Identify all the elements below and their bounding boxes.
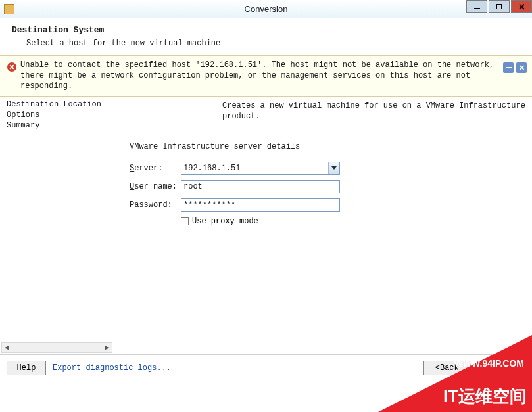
username-input[interactable] — [181, 180, 340, 193]
main-panel: Creates a new virtual machine for use on… — [114, 97, 532, 354]
minimize-bar-icon — [506, 67, 512, 68]
page-title: Destination System — [12, 25, 520, 35]
server-dropdown-button[interactable] — [328, 162, 339, 174]
server-label: Server: — [130, 164, 181, 173]
app-icon — [4, 4, 14, 14]
server-input[interactable] — [181, 162, 340, 175]
back-button[interactable]: < Back — [423, 361, 471, 375]
watermark-title: IT运维空间 — [443, 385, 527, 408]
minimize-icon — [474, 8, 480, 9]
export-logs-link[interactable]: Export diagnostic logs... — [53, 363, 171, 373]
scroll-left-icon[interactable]: ◄ — [2, 344, 11, 351]
username-row: User name: — [130, 180, 516, 193]
fieldset-legend: VMware Infrastructure server details — [127, 142, 302, 151]
alert-close-icon: ✕ — [519, 64, 525, 72]
password-row: Password: — [130, 198, 516, 212]
alert-text: Unable to contact the specified host '19… — [20, 60, 496, 92]
body: Destination Location Options Summary ◄ ►… — [0, 97, 532, 354]
nav-buttons: < Back Next > — [423, 361, 525, 375]
server-row: Server: — [130, 162, 516, 175]
header: Destination System Select a host for the… — [0, 18, 532, 55]
password-label: Password: — [130, 200, 181, 210]
scroll-track[interactable] — [11, 343, 103, 352]
close-button[interactable]: ✕ — [511, 0, 532, 13]
close-icon: ✕ — [518, 2, 525, 12]
titlebar: Conversion ✕ — [0, 0, 532, 18]
alert-close-button[interactable]: ✕ — [516, 62, 527, 73]
error-icon — [7, 62, 16, 72]
proxy-row: Use proxy mode — [181, 217, 516, 226]
info-text: Creates a new virtual machine for use on… — [222, 101, 525, 122]
alert-minimize-button[interactable] — [503, 62, 514, 73]
sidebar-hscrollbar[interactable]: ◄ ► — [1, 342, 112, 353]
maximize-button[interactable] — [489, 0, 510, 13]
server-combo[interactable] — [181, 162, 340, 175]
alert-bar: Unable to contact the specified host '19… — [0, 55, 532, 97]
sidebar-item-summary[interactable]: Summary — [7, 120, 114, 131]
proxy-label: Use proxy mode — [192, 217, 258, 226]
window-title: Conversion — [245, 4, 288, 14]
server-details-fieldset: VMware Infrastructure server details Ser… — [120, 147, 525, 237]
proxy-checkbox[interactable] — [181, 217, 189, 225]
sidebar: Destination Location Options Summary ◄ ► — [0, 97, 114, 354]
footer: Help Export diagnostic logs... < Back Ne… — [0, 354, 532, 381]
next-button[interactable]: Next > — [477, 361, 525, 375]
window-controls: ✕ — [465, 0, 532, 13]
sidebar-item-destination-location[interactable]: Destination Location — [7, 99, 114, 110]
password-input[interactable] — [181, 198, 340, 212]
username-label: User name: — [130, 182, 181, 191]
chevron-down-icon — [331, 166, 337, 170]
sidebar-item-options[interactable]: Options — [7, 110, 114, 120]
page-subtitle: Select a host for the new virtual machin… — [26, 39, 520, 48]
scroll-right-icon[interactable]: ► — [103, 344, 112, 351]
minimize-button[interactable] — [466, 0, 487, 13]
help-button[interactable]: Help — [7, 361, 46, 375]
maximize-icon — [496, 4, 502, 9]
